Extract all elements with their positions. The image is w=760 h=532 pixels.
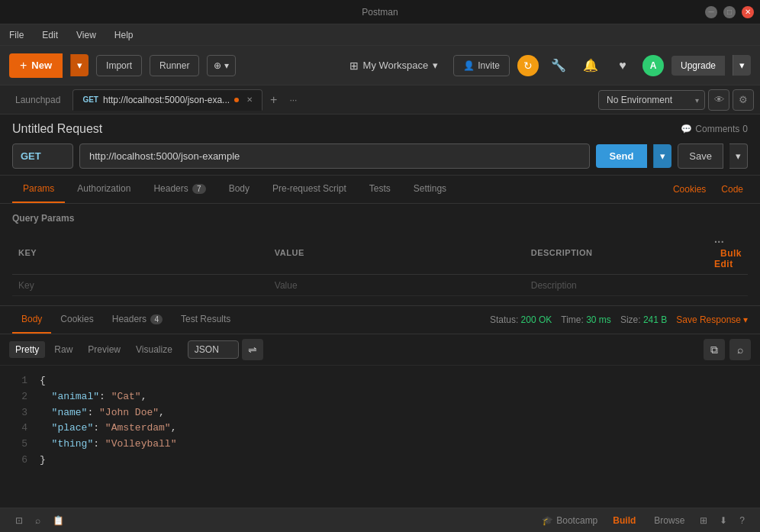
footer-search-button[interactable]: ⌕ xyxy=(29,512,47,529)
json-line-5: 5 "thing": "Volleyball" xyxy=(12,437,748,453)
value-input[interactable] xyxy=(275,280,519,291)
cookies-link[interactable]: Cookies xyxy=(668,176,710,202)
footer-history-button[interactable]: 📋 xyxy=(47,512,70,529)
new-button[interactable]: + New xyxy=(9,53,63,78)
wrench-icon: 🔧 xyxy=(551,58,566,73)
tab-tests[interactable]: Tests xyxy=(359,176,401,203)
tab-body[interactable]: Body xyxy=(218,176,260,203)
import-button[interactable]: Import xyxy=(96,55,142,76)
bell-button[interactable]: 🔔 xyxy=(578,53,603,78)
save-dropdown-button[interactable]: ▾ xyxy=(729,143,748,169)
footer-screenshot-button[interactable]: ⊡ xyxy=(9,512,29,529)
tab-prerequest[interactable]: Pre-request Script xyxy=(262,176,357,203)
new-plus-icon: + xyxy=(20,59,27,73)
send-dropdown-button[interactable]: ▾ xyxy=(653,144,671,168)
env-gear-button[interactable]: ⚙ xyxy=(733,89,754,111)
tab-add-button[interactable]: + xyxy=(266,93,282,107)
build-tab[interactable]: Build xyxy=(604,512,645,529)
workspace-chevron-icon: ▾ xyxy=(433,60,438,71)
more-options-icon[interactable]: ··· xyxy=(714,236,724,248)
params-table: KEY VALUE DESCRIPTION ··· Bulk Edit xyxy=(12,231,748,296)
tab-authorization[interactable]: Authorization xyxy=(66,176,141,203)
key-input[interactable] xyxy=(18,280,262,291)
bulk-edit-button[interactable]: Bulk Edit xyxy=(714,248,742,269)
new-dropdown-button[interactable]: ▾ xyxy=(70,54,89,76)
menu-edit[interactable]: Edit xyxy=(39,28,61,42)
resp-tab-headers[interactable]: Headers 4 xyxy=(103,306,172,334)
sync-button[interactable]: ↻ xyxy=(517,55,539,76)
json-line-1: 1 { xyxy=(12,373,748,389)
query-params-section: Query Params KEY VALUE DESCRIPTION ··· B… xyxy=(0,204,760,305)
line-number: 5 xyxy=(12,437,27,453)
eye-icon: 👁 xyxy=(714,94,724,105)
chevron-down-icon: ▾ xyxy=(77,60,82,71)
tab-settings[interactable]: Settings xyxy=(403,176,457,203)
menu-view[interactable]: View xyxy=(73,28,99,42)
tab-params[interactable]: Params xyxy=(12,176,65,203)
tab-launchpad[interactable]: Launchpad xyxy=(6,90,69,110)
runner-button[interactable]: Runner xyxy=(150,55,199,76)
upgrade-dropdown-button[interactable]: ▾ xyxy=(733,55,751,76)
col-header-key: KEY xyxy=(12,231,269,275)
comments-label: Comments xyxy=(695,124,739,134)
send-button[interactable]: Send xyxy=(596,144,648,168)
wrench-button[interactable]: 🔧 xyxy=(546,53,571,78)
help-icon: ? xyxy=(739,515,745,526)
json-content: "name": "John Doe", xyxy=(40,405,165,421)
heart-button[interactable]: ♥ xyxy=(610,53,635,78)
title-bar: Postman ─ □ ✕ xyxy=(0,0,760,24)
prettify-button[interactable]: ⇌ xyxy=(242,339,263,360)
resp-tab-test-results[interactable]: Test Results xyxy=(172,306,240,334)
footer-download-button[interactable]: ⬇ xyxy=(713,512,733,529)
avatar[interactable]: A xyxy=(642,55,664,76)
col-header-value: VALUE xyxy=(269,231,525,275)
save-response-button[interactable]: Save Response ▾ xyxy=(676,314,748,325)
restore-button[interactable]: □ xyxy=(723,6,736,18)
format-tab-visualize[interactable]: Visualize xyxy=(130,341,179,358)
menu-file[interactable]: File xyxy=(6,28,27,42)
tab-more-button[interactable]: ··· xyxy=(285,95,301,105)
comments-button[interactable]: 💬 Comments 0 xyxy=(681,124,748,134)
format-tab-raw[interactable]: Raw xyxy=(48,341,79,358)
env-eye-button[interactable]: 👁 xyxy=(708,89,729,111)
workspace-selector[interactable]: ⊞ My Workspace ▾ xyxy=(342,55,446,76)
copy-response-button[interactable]: ⧉ xyxy=(704,339,725,360)
description-input[interactable] xyxy=(531,280,702,291)
json-content: "animal": "Cat", xyxy=(40,389,147,405)
format-select[interactable]: JSON XML HTML Text xyxy=(188,340,239,359)
method-select[interactable]: GET POST PUT DELETE xyxy=(12,143,73,169)
bootcamp-button[interactable]: 🎓 Bootcamp xyxy=(536,512,604,529)
minimize-button[interactable]: ─ xyxy=(705,6,717,18)
gear-icon: ⚙ xyxy=(739,94,748,105)
invite-button[interactable]: 👤 Invite xyxy=(453,55,510,76)
prettify-icon: ⇌ xyxy=(248,343,257,356)
format-tab-pretty[interactable]: Pretty xyxy=(9,341,45,358)
format-tab-preview[interactable]: Preview xyxy=(82,341,127,358)
value-header-label: VALUE xyxy=(275,248,304,257)
footer-layout-button[interactable]: ⊞ xyxy=(694,512,713,529)
line-number: 2 xyxy=(12,389,27,405)
code-link[interactable]: Code xyxy=(717,176,748,202)
env-dropdown-wrap[interactable]: No Environment xyxy=(598,90,705,110)
upgrade-button[interactable]: Upgrade xyxy=(671,56,725,76)
close-button[interactable]: ✕ xyxy=(742,6,754,18)
format-dropdown-wrap[interactable]: JSON XML HTML Text xyxy=(188,340,239,359)
tab-headers[interactable]: Headers 7 xyxy=(143,176,216,203)
search-response-button[interactable]: ⌕ xyxy=(729,339,751,360)
browse-tab[interactable]: Browse xyxy=(645,512,694,529)
line-number: 3 xyxy=(12,405,27,421)
footer-help-button[interactable]: ? xyxy=(733,512,751,529)
env-dropdown[interactable]: No Environment xyxy=(598,90,705,110)
tab-close-button[interactable]: ✕ xyxy=(246,95,253,104)
save-button[interactable]: Save xyxy=(678,143,723,169)
save-chevron-icon: ▾ xyxy=(736,150,741,162)
layout-button[interactable]: ⊕ ▾ xyxy=(207,55,235,76)
menu-help[interactable]: Help xyxy=(111,28,137,42)
sync-icon: ↻ xyxy=(523,60,533,72)
description-header-label: DESCRIPTION xyxy=(531,248,593,257)
tab-active-request[interactable]: GET http://localhost:5000/json-exa... ✕ xyxy=(72,89,262,111)
resp-tab-body[interactable]: Body xyxy=(12,306,51,334)
url-input[interactable] xyxy=(79,143,590,169)
resp-tab-cookies[interactable]: Cookies xyxy=(51,306,102,334)
line-number: 1 xyxy=(12,373,27,389)
